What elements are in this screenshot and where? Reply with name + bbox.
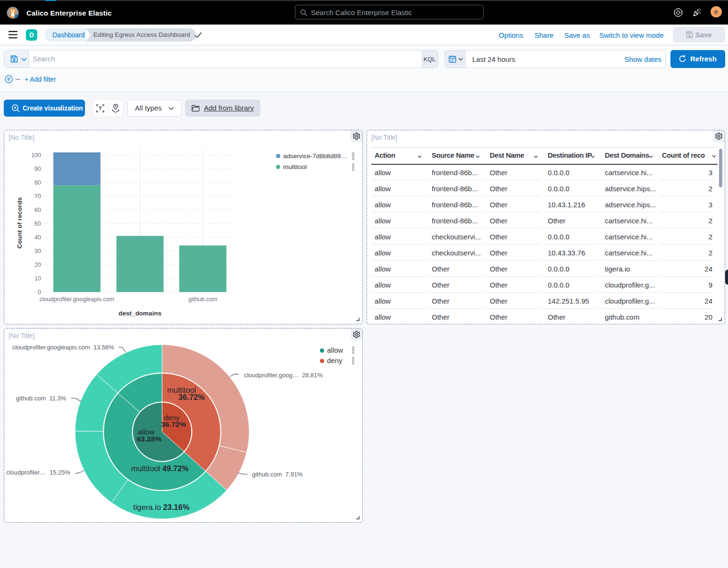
svg-text:50: 50 bbox=[34, 220, 41, 227]
svg-text:dest_domains: dest_domains bbox=[118, 310, 161, 317]
svg-text:cloudprofiler.googleapis.com: cloudprofiler.googleapis.com bbox=[40, 296, 114, 303]
svg-text:100: 100 bbox=[31, 152, 41, 159]
svg-text:Count of records: Count of records bbox=[16, 197, 23, 249]
svg-text:github.com: github.com bbox=[188, 296, 217, 303]
svg-text:40: 40 bbox=[34, 234, 41, 241]
svg-text:10: 10 bbox=[34, 275, 41, 282]
svg-text:20: 20 bbox=[34, 262, 41, 268]
svg-text:cloudprofiler.googleapis.com: cloudprofiler.googleapis.com 13.56% bbox=[12, 344, 115, 351]
svg-text:30: 30 bbox=[34, 248, 41, 254]
svg-text:36.72%: 36.72% bbox=[161, 420, 186, 428]
svg-text:70: 70 bbox=[34, 193, 41, 200]
svg-text:80: 80 bbox=[34, 179, 41, 186]
svg-text:github.com 11.3%: github.com 11.3% bbox=[16, 395, 67, 402]
svg-text:multitool 49.72%: multitool 49.72% bbox=[131, 464, 189, 473]
svg-text:cloudprofiler.... 15.25%: cloudprofiler.... 15.25% bbox=[6, 469, 70, 476]
svg-text:0: 0 bbox=[38, 289, 41, 296]
svg-text:cloudprofiler.goog… 28.81%: cloudprofiler.goog… 28.81% bbox=[244, 372, 323, 379]
svg-text:36.72%: 36.72% bbox=[178, 393, 205, 401]
svg-text:63.28%: 63.28% bbox=[137, 435, 162, 443]
svg-text:60: 60 bbox=[34, 207, 41, 213]
svg-text:90: 90 bbox=[34, 166, 41, 172]
svg-text:tigera.io 23.16%: tigera.io 23.16% bbox=[133, 503, 190, 511]
svg-text:github.com 7.91%: github.com 7.91% bbox=[252, 471, 303, 478]
